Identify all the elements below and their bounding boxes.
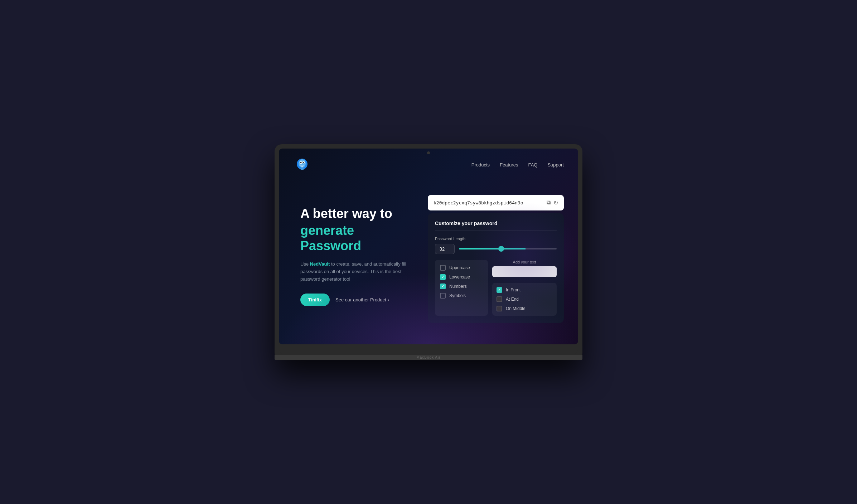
on-middle-checkbox[interactable] <box>497 306 502 311</box>
symbols-checkbox[interactable] <box>440 293 446 299</box>
add-text-input[interactable] <box>492 266 557 277</box>
position-at-end[interactable]: At End <box>497 296 552 302</box>
symbols-label: Symbols <box>449 293 466 298</box>
length-label: Password Length <box>435 237 557 241</box>
position-section: In Front At End On Middle <box>492 283 557 316</box>
checkbox-symbols[interactable]: Symbols <box>440 293 483 299</box>
macbook-base: MacBook Air <box>275 355 582 360</box>
add-text-label: Add your text <box>492 260 557 264</box>
uppercase-checkbox[interactable] <box>440 265 446 271</box>
lowercase-checkbox[interactable] <box>440 274 446 280</box>
generator-panel: k20dpec2ycxq7syw8bkhgzdspid64n9o ⧉ ↻ Cus… <box>428 195 564 323</box>
at-end-checkbox[interactable] <box>497 296 502 302</box>
options-left: Uppercase Lowercase Numbers <box>435 260 488 316</box>
macbook-screen: Products Features FAQ Support A better w… <box>279 149 578 344</box>
uppercase-label: Uppercase <box>449 265 470 270</box>
nav-item-faq[interactable]: FAQ <box>528 161 537 168</box>
brand-name: NedVault <box>310 261 330 267</box>
cta-row: Tinifix See our another Product › <box>300 294 413 306</box>
length-input[interactable] <box>435 244 455 254</box>
nav-links: Products Features FAQ Support <box>471 161 564 168</box>
hero-title-line2: generate Password <box>300 223 413 253</box>
password-text: k20dpec2ycxq7syw8bkhgzdspid64n9o <box>434 200 542 205</box>
svg-rect-8 <box>301 168 304 170</box>
another-product-label: See our another Product <box>335 297 386 302</box>
length-row <box>435 244 557 254</box>
macbook-chin <box>279 344 578 355</box>
tinifix-button[interactable]: Tinifix <box>300 294 330 306</box>
checkbox-numbers[interactable]: Numbers <box>440 284 483 289</box>
hero-title-line1: A better way to <box>300 206 413 221</box>
arrow-icon: › <box>388 297 389 302</box>
nav-item-products[interactable]: Products <box>471 161 490 168</box>
refresh-button[interactable]: ↻ <box>553 199 558 206</box>
options-right: Add your text In Front At En <box>492 260 557 316</box>
checkbox-lowercase[interactable]: Lowercase <box>440 274 483 280</box>
position-on-middle[interactable]: On Middle <box>497 306 552 311</box>
lowercase-label: Lowercase <box>449 275 470 280</box>
customize-title: Customize your password <box>435 220 557 231</box>
nav-item-support[interactable]: Support <box>547 161 564 168</box>
checkbox-uppercase[interactable]: Uppercase <box>440 265 483 271</box>
copy-button[interactable]: ⧉ <box>547 199 551 206</box>
another-product-button[interactable]: See our another Product › <box>335 297 389 302</box>
at-end-label: At End <box>506 297 519 302</box>
logo-area <box>293 156 311 174</box>
length-slider[interactable] <box>459 248 557 249</box>
in-front-label: In Front <box>506 287 521 292</box>
logo-icon <box>293 156 311 174</box>
customize-panel: Customize your password Password Length <box>428 213 564 323</box>
macbook-label: MacBook Air <box>416 355 440 359</box>
add-text-section: Add your text <box>492 260 557 277</box>
position-in-front[interactable]: In Front <box>497 287 552 293</box>
numbers-label: Numbers <box>449 284 467 289</box>
in-front-checkbox[interactable] <box>497 287 502 293</box>
camera-notch <box>427 151 430 154</box>
password-actions: ⧉ ↻ <box>547 199 558 206</box>
macbook-wrapper: Products Features FAQ Support A better w… <box>275 144 582 360</box>
refresh-icon: ↻ <box>553 199 558 206</box>
password-display: k20dpec2ycxq7syw8bkhgzdspid64n9o ⧉ ↻ <box>428 195 564 210</box>
copy-icon: ⧉ <box>547 199 551 206</box>
length-section: Password Length <box>435 237 557 254</box>
main-content: A better way to generate Password Use Ne… <box>279 181 578 344</box>
numbers-checkbox[interactable] <box>440 284 446 289</box>
on-middle-label: On Middle <box>506 306 526 311</box>
options-row: Uppercase Lowercase Numbers <box>435 260 557 316</box>
hero-description: Use NedVault to create, save, and automa… <box>300 261 413 283</box>
hero-section: A better way to generate Password Use Ne… <box>300 195 413 306</box>
nav-item-features[interactable]: Features <box>500 161 518 168</box>
